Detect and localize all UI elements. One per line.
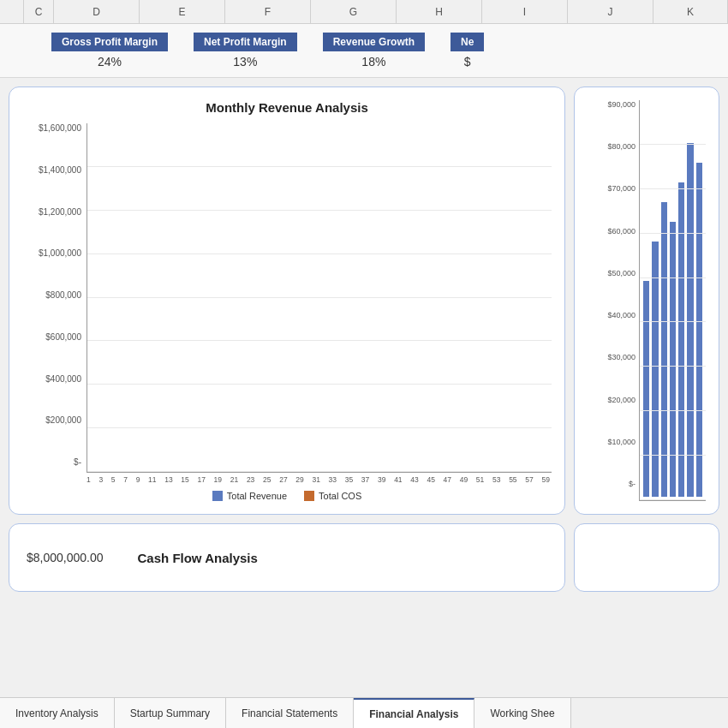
sheet-tabs: Inventory Analysis Startup Summary Finan…: [0, 697, 728, 728]
right-bar: [661, 202, 667, 497]
tab-working-sheet[interactable]: Working Shee: [474, 698, 570, 728]
x-axis-label: 43: [410, 475, 418, 484]
kpi-gross-profit-label: Gross Profit Margin: [51, 33, 168, 51]
y-axis: $1,600,000$1,400,000$1,200,000$1,000,000…: [22, 123, 87, 484]
col-j: J: [568, 0, 653, 23]
chart-legend: Total Revenue Total COS: [22, 491, 552, 501]
x-axis-label: 53: [492, 475, 500, 484]
kpi-gross-profit: Gross Profit Margin 24%: [51, 33, 168, 69]
bottom-area: $8,000,000.00 Cash Flow Analysis: [0, 523, 728, 592]
col-d: D: [54, 0, 140, 23]
x-axis-label: 15: [181, 475, 188, 484]
x-axis-label: 11: [148, 475, 156, 484]
x-axis-label: 39: [378, 475, 385, 484]
right-bar: [670, 222, 676, 497]
y-axis-label: $800,000: [45, 290, 81, 300]
bottom-right-box: [574, 523, 719, 592]
right-y-axis-label: $40,000: [607, 311, 636, 319]
bars-container: 1357911131517192123252729313335373941434…: [87, 123, 552, 484]
legend-total-cos: Total COS: [304, 491, 361, 501]
x-axis-label: 9: [136, 475, 140, 484]
y-axis-label: $1,600,000: [39, 123, 81, 133]
bars-area: [87, 123, 552, 473]
x-axis-label: 37: [361, 475, 369, 484]
kpi-revenue-growth: Revenue Growth 18%: [323, 33, 425, 69]
kpi-gross-profit-value: 24%: [98, 55, 122, 69]
kpi-row: Gross Profit Margin 24% Net Profit Margi…: [0, 24, 728, 78]
cashflow-title: Cash Flow Analysis: [138, 551, 258, 565]
kpi-net-profit-label: Net Profit Margin: [194, 33, 297, 51]
y-axis-label: $400,000: [45, 374, 81, 384]
x-axis-label: 27: [279, 475, 287, 484]
right-bar: [696, 163, 702, 497]
x-axis-label: 59: [541, 475, 549, 484]
tab-financial-statements[interactable]: Financial Statements: [226, 698, 354, 728]
col-h: H: [397, 0, 482, 23]
right-chart: $90,000$80,000$70,000$60,000$50,000$40,0…: [574, 87, 719, 515]
kpi-net-profit-value: 13%: [233, 55, 257, 69]
x-axis-label: 3: [98, 475, 103, 484]
right-y-axis-label: $10,000: [607, 438, 636, 446]
col-k: K: [653, 0, 728, 23]
x-axis-label: 31: [312, 475, 319, 484]
tab-inventory-analysis[interactable]: Inventory Analysis: [0, 698, 115, 728]
x-axis-label: 23: [247, 475, 254, 484]
cashflow-amount: $8,000,000.00: [27, 551, 104, 564]
x-axis-label: 13: [164, 475, 172, 484]
x-axis-label: 55: [509, 475, 516, 484]
kpi-revenue-growth-value: 18%: [361, 55, 385, 69]
x-axis-label: 51: [476, 475, 484, 484]
kpi-partial-value: $: [464, 55, 471, 69]
y-axis-label: $-: [74, 457, 81, 467]
right-bars-area: [639, 100, 706, 501]
x-axis-label: 17: [197, 475, 205, 484]
x-axis: 1357911131517192123252729313335373941434…: [87, 475, 552, 484]
x-axis-label: 21: [230, 475, 238, 484]
x-axis-label: 47: [444, 475, 451, 484]
col-f: F: [225, 0, 311, 23]
x-axis-label: 7: [123, 475, 128, 484]
chart-content-area: $1,600,000$1,400,000$1,200,000$1,000,000…: [22, 123, 552, 484]
right-y-axis-label: $80,000: [607, 142, 636, 151]
legend-total-revenue: Total Revenue: [212, 491, 287, 501]
right-bar: [652, 242, 658, 497]
kpi-partial-label: Ne: [451, 33, 484, 51]
x-axis-label: 45: [427, 475, 434, 484]
y-axis-label: $600,000: [45, 332, 81, 342]
cashflow-box: $8,000,000.00 Cash Flow Analysis: [9, 523, 565, 592]
kpi-revenue-growth-label: Revenue Growth: [323, 33, 425, 51]
right-y-axis-label: $50,000: [607, 269, 636, 277]
right-bar: [687, 143, 693, 497]
y-axis-label: $200,000: [45, 415, 81, 425]
col-e: E: [140, 0, 225, 23]
legend-revenue-dot: [212, 491, 223, 501]
row-number-header: [0, 0, 24, 23]
y-axis-label: $1,200,000: [39, 207, 81, 217]
kpi-net-profit: Net Profit Margin 13%: [194, 33, 297, 69]
right-y-axis-label: $-: [629, 480, 636, 488]
x-axis-label: 41: [394, 475, 402, 484]
monthly-revenue-chart: Monthly Revenue Analysis $1,600,000$1,40…: [9, 87, 565, 515]
legend-revenue-label: Total Revenue: [227, 491, 287, 501]
tab-startup-summary[interactable]: Startup Summary: [115, 698, 226, 728]
col-i: I: [482, 0, 568, 23]
legend-cos-dot: [304, 491, 314, 501]
right-y-axis-label: $70,000: [607, 184, 636, 193]
kpi-partial: Ne $: [451, 33, 484, 69]
main-area: Monthly Revenue Analysis $1,600,000$1,40…: [0, 78, 728, 523]
y-axis-label: $1,400,000: [39, 165, 81, 175]
right-bar: [678, 182, 684, 497]
col-g: G: [311, 0, 397, 23]
tab-financial-analysis[interactable]: Financial Analysis: [354, 698, 474, 728]
legend-cos-label: Total COS: [319, 491, 361, 501]
x-axis-label: 29: [295, 475, 303, 484]
right-y-axis-label: $20,000: [607, 396, 636, 404]
x-axis-label: 57: [525, 475, 533, 484]
x-axis-label: 25: [263, 475, 271, 484]
x-axis-label: 35: [345, 475, 353, 484]
x-axis-label: 19: [214, 475, 222, 484]
x-axis-label: 5: [111, 475, 116, 484]
right-y-axis-label: $30,000: [607, 353, 636, 361]
monthly-revenue-title: Monthly Revenue Analysis: [22, 100, 552, 115]
x-axis-label: 1: [87, 475, 91, 484]
